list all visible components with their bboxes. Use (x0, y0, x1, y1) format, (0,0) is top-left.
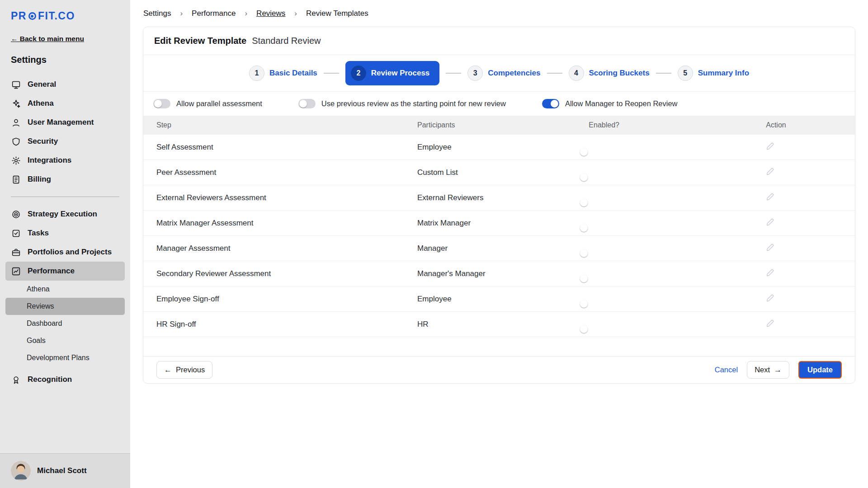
next-button[interactable]: Next → (747, 361, 789, 379)
card-footer: ← Previous Cancel Next → Update (143, 356, 855, 383)
sidebar-item-label: Security (28, 137, 58, 146)
participants-cell: External Reviewers (417, 193, 589, 202)
sidebar-item-tasks[interactable]: Tasks (5, 224, 125, 243)
edit-icon[interactable] (766, 217, 775, 226)
step-label: Summary Info (698, 69, 749, 78)
previous-button[interactable]: ← Previous (156, 361, 212, 379)
stepper: 1 Basic Details 2 Review Process 3 Compe… (143, 55, 855, 92)
edit-icon[interactable] (766, 293, 775, 302)
table-row: Peer Assessment Custom List (143, 160, 855, 185)
table-row: Matrix Manager Assessment Matrix Manager (143, 211, 855, 236)
back-to-main-menu-link[interactable]: ← Back to main menu (0, 35, 130, 43)
breadcrumb-separator: › (245, 9, 247, 18)
breadcrumb: Settings › Performance › Reviews › Revie… (130, 0, 868, 27)
sidebar-subitem-athena[interactable]: Athena (5, 281, 125, 298)
sidebar-item-general[interactable]: General (5, 75, 125, 94)
edit-icon[interactable] (766, 268, 775, 277)
sidebar-subitem-reviews[interactable]: Reviews (5, 298, 125, 315)
step-summary-info[interactable]: 5 Summary Info (678, 66, 749, 81)
breadcrumb-settings[interactable]: Settings (143, 9, 171, 18)
logo-target-icon (28, 12, 36, 20)
sidebar-item-label: Athena (28, 99, 54, 108)
participants-cell: Employee (417, 295, 589, 304)
step-basic-details[interactable]: 1 Basic Details (249, 66, 317, 81)
medal-icon (11, 375, 21, 385)
sidebar-item-strategy-execution[interactable]: Strategy Execution (5, 205, 125, 224)
step-number: 5 (678, 66, 693, 81)
sidebar-item-label: User Management (28, 118, 94, 127)
monitor-icon (11, 80, 21, 89)
step-connector (324, 73, 339, 74)
edit-icon[interactable] (766, 243, 775, 252)
table-row: HR Sign-off HR (143, 312, 855, 337)
sidebar-item-athena[interactable]: Athena (5, 94, 125, 113)
sidebar-subitem-goals[interactable]: Goals (5, 332, 125, 349)
option-label: Use previous review as the starting poin… (321, 99, 506, 108)
review-options: Allow parallel assessment Use previous r… (143, 92, 855, 116)
sidebar-subitem-development-plans[interactable]: Development Plans (5, 349, 125, 366)
table-row: Self Assessment Employee (143, 135, 855, 160)
allow-manager-reopen-toggle[interactable] (542, 99, 559, 108)
gear-icon (11, 155, 21, 165)
participants-cell: Custom List (417, 168, 589, 177)
breadcrumb-reviews[interactable]: Reviews (256, 9, 285, 18)
step-number: 3 (467, 66, 483, 81)
sidebar-item-security[interactable]: Security (5, 132, 125, 151)
sidebar-item-billing[interactable]: Billing (5, 170, 125, 189)
allow-parallel-assessment-toggle[interactable] (153, 99, 170, 108)
table-row: Manager Assessment Manager (143, 236, 855, 261)
sidebar-item-label: Strategy Execution (28, 210, 97, 219)
edit-icon[interactable] (766, 192, 775, 201)
option-allow-manager-reopen: Allow Manager to Reopen Review (542, 99, 678, 108)
breadcrumb-separator: › (294, 9, 297, 18)
edit-icon[interactable] (766, 141, 775, 150)
sidebar-item-integrations[interactable]: Integrations (5, 151, 125, 170)
chart-icon (11, 266, 21, 276)
edit-review-template-card: Edit Review Template Standard Review 1 B… (143, 27, 855, 384)
step-scoring-buckets[interactable]: 4 Scoring Buckets (569, 66, 650, 81)
option-use-previous-review: Use previous review as the starting poin… (298, 99, 506, 108)
sidebar-item-performance[interactable]: Performance (5, 262, 125, 281)
table-row: External Reviewers Assessment External R… (143, 185, 855, 211)
breadcrumb-review-templates[interactable]: Review Templates (306, 9, 368, 18)
edit-icon[interactable] (766, 167, 775, 176)
sidebar-item-label: Portfolios and Projects (28, 248, 112, 257)
sidebar-divider (11, 197, 119, 197)
update-button[interactable]: Update (798, 361, 842, 379)
sidebar-item-label: Billing (28, 175, 51, 184)
target-icon (11, 209, 21, 219)
cancel-link[interactable]: Cancel (715, 366, 738, 374)
user-name: Michael Scott (37, 466, 87, 475)
step-name-cell: Employee Sign-off (143, 295, 417, 304)
sidebar-item-user-management[interactable]: User Management (5, 113, 125, 132)
participants-cell: Manager (417, 244, 589, 253)
footer-actions: Cancel Next → Update (715, 361, 842, 379)
sidebar-item-recognition[interactable]: Recognition (5, 370, 125, 389)
step-connector (547, 73, 562, 74)
participants-cell: Matrix Manager (417, 219, 589, 228)
option-label: Allow Manager to Reopen Review (565, 99, 678, 108)
sidebar-item-label: General (28, 80, 56, 89)
step-number: 2 (351, 66, 366, 81)
settings-heading: Settings (0, 55, 130, 65)
shield-icon (11, 136, 21, 146)
column-header-enabled: Enabled? (589, 121, 766, 129)
step-label: Competencies (488, 69, 540, 78)
step-review-process[interactable]: 2 Review Process (345, 61, 439, 85)
option-label: Allow parallel assessment (176, 99, 262, 108)
step-name-cell: Self Assessment (143, 143, 417, 152)
use-previous-review-toggle[interactable] (298, 99, 316, 108)
breadcrumb-performance[interactable]: Performance (192, 9, 236, 18)
main-content: Settings › Performance › Reviews › Revie… (130, 0, 868, 488)
sidebar-subitem-dashboard[interactable]: Dashboard (5, 315, 125, 332)
next-button-label: Next (755, 366, 770, 374)
sidebar-item-portfolios-and-projects[interactable]: Portfolios and Projects (5, 243, 125, 262)
edit-icon[interactable] (766, 319, 775, 328)
user-profile[interactable]: Michael Scott (0, 453, 130, 488)
logo-text-right: FIT.CO (38, 10, 75, 22)
step-competencies[interactable]: 3 Competencies (467, 66, 540, 81)
arrow-right-icon: → (774, 366, 782, 374)
checklist-icon (11, 228, 21, 238)
step-name-cell: HR Sign-off (143, 320, 417, 329)
breadcrumb-separator: › (180, 9, 183, 18)
